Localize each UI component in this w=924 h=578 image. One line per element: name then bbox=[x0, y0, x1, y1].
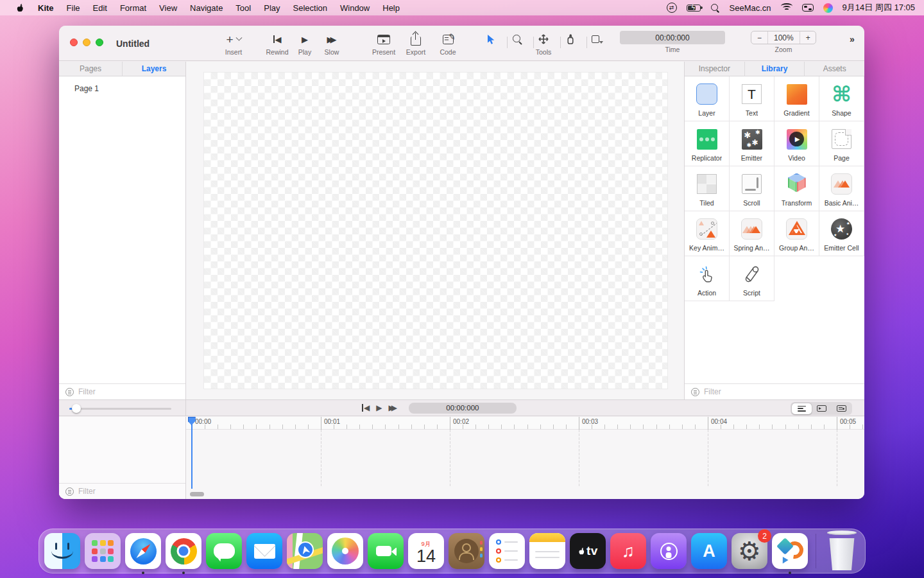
timeline-zoom-slider[interactable] bbox=[69, 408, 171, 410]
timeline-ruler[interactable]: 00:00 00:01 00:02 00:03 00:04 00:05 bbox=[186, 417, 864, 430]
dock-kite[interactable] bbox=[772, 533, 808, 569]
menu-selection[interactable]: Selection bbox=[287, 3, 334, 13]
close-button[interactable] bbox=[70, 39, 78, 46]
menu-window[interactable]: Window bbox=[334, 3, 376, 13]
zoom-out-button[interactable]: − bbox=[751, 31, 767, 44]
dock-contacts[interactable] bbox=[449, 533, 484, 569]
menu-edit[interactable]: Edit bbox=[87, 3, 114, 13]
view-detail-button[interactable] bbox=[832, 403, 851, 414]
time-display[interactable]: 00:00:000 bbox=[620, 31, 725, 44]
canvas[interactable] bbox=[204, 73, 667, 389]
wifi-icon[interactable] bbox=[781, 3, 792, 12]
library-item-transform[interactable]: Transform bbox=[774, 166, 819, 211]
menu-play[interactable]: Play bbox=[257, 3, 286, 13]
library-item-spring-animation[interactable]: Spring An… bbox=[730, 211, 774, 256]
dock-calendar[interactable]: 9月 14 bbox=[408, 533, 444, 569]
move-tool-button[interactable]: Tools bbox=[528, 31, 559, 56]
spotlight-icon[interactable] bbox=[710, 3, 720, 13]
library-item-action[interactable]: Action bbox=[685, 256, 730, 301]
dock-safari[interactable] bbox=[125, 533, 161, 569]
battery-icon[interactable]: ϟ bbox=[687, 4, 701, 12]
dock-finder[interactable] bbox=[44, 533, 80, 569]
library-item-emitter-cell[interactable]: ★★★★ Emitter Cell bbox=[819, 211, 864, 256]
clock-text[interactable]: 9月14日 周四 17:05 bbox=[843, 2, 915, 13]
layers-filter-input[interactable] bbox=[78, 387, 155, 396]
library-item-gradient[interactable]: Gradient bbox=[774, 76, 819, 121]
library-item-replicator[interactable]: Replicator bbox=[685, 121, 730, 166]
dock-launchpad[interactable] bbox=[85, 533, 121, 569]
timeline-filter-input[interactable] bbox=[78, 487, 155, 496]
library-item-tiled[interactable]: Tiled bbox=[685, 166, 730, 211]
library-item-scroll[interactable]: Scroll bbox=[730, 166, 774, 211]
siri-icon[interactable] bbox=[823, 3, 833, 13]
dock-facetime[interactable] bbox=[368, 533, 404, 569]
slider-knob[interactable] bbox=[72, 404, 81, 413]
insert-button[interactable]: + Insert bbox=[218, 31, 249, 56]
library-filter-input[interactable] bbox=[704, 387, 781, 396]
timeline-horizontal-scrollbar[interactable] bbox=[190, 492, 204, 496]
input-switcher-icon[interactable]: ⇄ bbox=[667, 3, 677, 13]
library-item-basic-animation[interactable]: Basic Ani… bbox=[819, 166, 864, 211]
skip-to-start-button[interactable]: ◀ bbox=[362, 403, 370, 412]
toolbar-overflow-button[interactable]: » bbox=[841, 31, 864, 47]
dock-podcasts[interactable] bbox=[651, 533, 687, 569]
dock-mail[interactable] bbox=[246, 533, 282, 569]
dock-messages[interactable] bbox=[206, 533, 242, 569]
shape-tool-button[interactable] bbox=[581, 31, 610, 47]
timeline: 00:00 00:01 00:02 00:03 00:04 00:05 bbox=[59, 417, 864, 499]
transport-fast-forward-button[interactable]: ▶▶ bbox=[388, 403, 393, 412]
menu-app-name[interactable]: Kite bbox=[31, 3, 60, 13]
tab-assets[interactable]: Assets bbox=[804, 62, 864, 76]
tab-pages[interactable]: Pages bbox=[59, 62, 122, 76]
tab-library[interactable]: Library bbox=[744, 62, 805, 76]
present-button[interactable]: Present bbox=[368, 31, 399, 56]
dock-maps[interactable] bbox=[287, 533, 323, 569]
library-item-page[interactable]: Page bbox=[819, 121, 864, 166]
hostname-text[interactable]: SeeMac.cn bbox=[730, 3, 771, 13]
library-item-emitter[interactable]: ✱✱✱✱ Emitter bbox=[730, 121, 774, 166]
dock-trash[interactable] bbox=[824, 532, 860, 570]
apple-menu[interactable] bbox=[9, 3, 31, 13]
dock-settings[interactable]: ⚙2 bbox=[732, 533, 767, 569]
dock-appletv[interactable]: tv bbox=[570, 533, 606, 569]
slow-button[interactable]: ▶▶ Slow bbox=[316, 31, 347, 56]
layer-row-page1[interactable]: Page 1 bbox=[59, 76, 185, 93]
play-button[interactable]: ▶ Play bbox=[289, 31, 320, 56]
dock-music[interactable]: ♫ bbox=[610, 533, 646, 569]
zoom-window-button[interactable] bbox=[96, 39, 103, 46]
tab-inspector[interactable]: Inspector bbox=[685, 62, 744, 76]
control-center-icon[interactable] bbox=[802, 4, 814, 12]
code-button[interactable]: Code bbox=[432, 31, 463, 56]
dock-reminders[interactable] bbox=[489, 533, 525, 569]
dock-photos[interactable] bbox=[327, 533, 363, 569]
view-list-button[interactable] bbox=[792, 403, 812, 414]
library-item-video[interactable]: ▶ Video bbox=[774, 121, 819, 166]
transport-play-button[interactable]: ▶ bbox=[376, 403, 382, 412]
menu-view[interactable]: View bbox=[153, 3, 184, 13]
library-item-key-animation[interactable]: Key Anim… bbox=[685, 211, 730, 256]
menu-file[interactable]: File bbox=[60, 3, 87, 13]
menu-format[interactable]: Format bbox=[114, 3, 153, 13]
menu-help[interactable]: Help bbox=[376, 3, 406, 13]
zoom-tool-button[interactable] bbox=[507, 31, 527, 47]
dock-chrome[interactable] bbox=[166, 533, 201, 569]
dock-appstore[interactable]: A bbox=[691, 533, 727, 569]
minimize-button[interactable] bbox=[83, 39, 90, 46]
menu-tool[interactable]: Tool bbox=[229, 3, 257, 13]
zoom-in-button[interactable]: + bbox=[800, 31, 816, 44]
library-item-text[interactable]: T Text bbox=[730, 76, 774, 121]
library-item-layer[interactable]: Layer bbox=[685, 76, 730, 121]
tab-layers[interactable]: Layers bbox=[122, 62, 185, 76]
running-indicator bbox=[182, 572, 185, 574]
view-curves-button[interactable] bbox=[812, 403, 832, 414]
timeline-tracks[interactable]: 00:00 00:01 00:02 00:03 00:04 00:05 bbox=[186, 417, 864, 499]
export-button[interactable]: Export bbox=[400, 31, 431, 56]
library-item-shape[interactable]: ⌘ Shape bbox=[819, 76, 864, 121]
dock-notes[interactable] bbox=[529, 533, 565, 569]
rewind-button[interactable]: ◀ Rewind bbox=[262, 31, 293, 56]
library-item-group-animation[interactable]: Group An… bbox=[774, 211, 819, 256]
menu-navigate[interactable]: Navigate bbox=[184, 3, 229, 13]
transport-time-display[interactable]: 00:00:000 bbox=[409, 403, 517, 414]
select-tool-button[interactable] bbox=[481, 31, 501, 47]
library-item-script[interactable]: Script bbox=[730, 256, 774, 301]
